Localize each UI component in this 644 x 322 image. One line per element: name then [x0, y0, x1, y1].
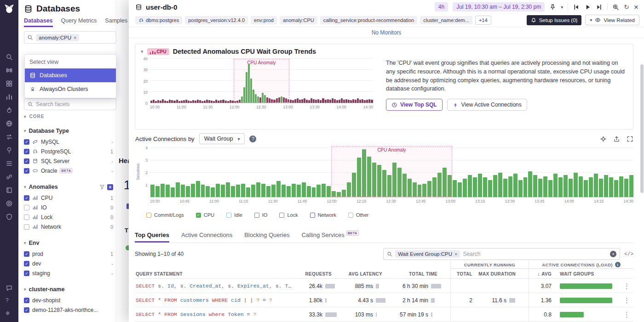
nav-watchdog-icon[interactable] — [6, 67, 13, 74]
legend-cpu[interactable]: ✓CPU — [196, 212, 214, 218]
time-range-button[interactable]: Jul 19, 10:30 am – Jul 19, 2:30 pm — [453, 2, 545, 11]
facet-oracle[interactable]: ✓OracleBETA- — [24, 166, 113, 175]
column-header-max-duration[interactable]: MAX DURATION — [477, 271, 529, 277]
nav-support-chat-icon[interactable] — [6, 284, 13, 292]
sidebar-tab-databases[interactable]: Databases — [24, 17, 53, 27]
nav-help-icon[interactable]: ? — [6, 297, 13, 305]
pin-time-icon[interactable] — [549, 4, 556, 11]
sort-desc-icon[interactable]: ↓ — [537, 271, 540, 277]
facet-checkbox[interactable]: ✓ — [24, 307, 29, 313]
table-row[interactable]: SELECT s. Id, s. Created_at, s. Expires_… — [135, 279, 633, 293]
tag-calling-service[interactable]: calling_service:product-recommendation — [320, 16, 417, 24]
legend-checkbox[interactable] — [254, 213, 259, 218]
collapse-chevron-icon[interactable]: ▾ — [141, 49, 144, 55]
time-preset-button[interactable]: 4h — [435, 2, 448, 11]
view-related-button[interactable]: ▾ View Related — [585, 15, 639, 25]
nav-security-icon[interactable] — [6, 213, 13, 220]
clear-facet-filter-icon[interactable]: × — [107, 184, 113, 190]
query-statement[interactable]: SELECT * FROM customers WHERE cid | | ? … — [135, 297, 297, 303]
facet-cpu[interactable]: ✓CPU1 — [24, 193, 113, 203]
export-icon[interactable] — [613, 136, 620, 142]
step-forward-icon[interactable] — [596, 4, 603, 11]
setup-issues-button[interactable]: Setup Issues (0) — [527, 15, 582, 25]
info-icon[interactable]: i — [615, 262, 621, 267]
chart-plot-area[interactable]: CPU Anomaly — [150, 146, 633, 198]
facet-checkbox[interactable]: ✓ — [24, 251, 29, 257]
facet-group-anomalies[interactable]: ▾Anomalies× — [24, 175, 113, 193]
tag-postgres-version[interactable]: postgres_version:v12.4.0 — [185, 16, 248, 24]
more-tags-button[interactable]: +14 — [475, 16, 491, 25]
legend-io[interactable]: IO — [254, 212, 268, 218]
nav-dashboards-icon[interactable] — [6, 80, 13, 87]
wait-group-bar[interactable] — [560, 298, 612, 303]
time-dropdown-caret-icon[interactable]: ▾ — [561, 5, 563, 10]
row-actions-menu-icon[interactable]: ⋮ — [620, 296, 633, 305]
remove-filter-icon[interactable]: × — [454, 251, 457, 257]
facet-mysql[interactable]: ✓MySQL- — [24, 137, 113, 147]
row-actions-menu-icon[interactable]: ⋮ — [620, 282, 633, 290]
tag-cluster-name[interactable]: cluster_name:dem... — [420, 16, 472, 24]
table-row[interactable]: SELECT * FROM Sessions where Token = ?33… — [135, 307, 633, 322]
legend-idle[interactable]: Idle — [226, 212, 242, 218]
facet-section-core[interactable]: ▾ CORE — [24, 114, 44, 119]
facet-checkbox[interactable]: ✓ — [24, 139, 29, 145]
wait-group-bar[interactable] — [560, 283, 612, 289]
fullscreen-icon[interactable] — [627, 136, 633, 142]
chart-plot-area[interactable]: CPU Anomaly — [150, 59, 373, 103]
nav-network-icon[interactable] — [6, 133, 13, 141]
tag-anomaly[interactable]: anomaly:CPU — [280, 16, 317, 24]
play-icon[interactable] — [584, 4, 591, 11]
nav-search-icon[interactable] — [6, 53, 13, 61]
column-header-total[interactable]: TOTAL — [450, 269, 477, 279]
nav-apm-icon[interactable] — [6, 107, 13, 114]
facet-checkbox[interactable] — [24, 224, 29, 230]
group-by-select[interactable]: Wait Group ▾ — [199, 133, 245, 144]
legend-lock[interactable]: Lock — [279, 212, 298, 218]
legend-checkbox[interactable] — [348, 213, 353, 218]
query-statement[interactable]: SELECT * FROM Sessions where Token = ? — [135, 311, 297, 317]
datadog-logo-icon[interactable] — [4, 4, 15, 15]
row-actions-menu-icon[interactable]: ⋮ — [620, 311, 633, 319]
column-header-avg[interactable]: ↓AVG — [529, 269, 556, 279]
close-panel-icon[interactable]: × — [634, 3, 638, 11]
column-header-query-statement[interactable]: QUERY STATEMENT — [135, 271, 297, 277]
view-top-sql-button[interactable]: View Top SQL — [386, 99, 443, 111]
legend-checkbox[interactable]: ✓ — [196, 213, 201, 218]
nav-integrations-icon[interactable] — [6, 173, 13, 181]
legend-checkbox[interactable] — [226, 213, 231, 218]
facet-group-cluster-name[interactable]: ▾cluster-name — [24, 278, 113, 295]
facet-checkbox[interactable] — [24, 205, 29, 210]
facet-prod[interactable]: ✓prod1 — [24, 249, 113, 259]
tab-blocking-queries[interactable]: Blocking Queries — [244, 232, 289, 243]
facet-io[interactable]: IO0 — [24, 203, 113, 212]
legend-network[interactable]: Network — [310, 212, 336, 218]
facet-sql-server[interactable]: ✓SQL Server- — [24, 156, 113, 166]
facet-dev[interactable]: ✓dev- — [24, 259, 113, 268]
facet-checkbox[interactable]: ✓ — [24, 149, 29, 154]
nav-synthetics-icon[interactable] — [6, 200, 13, 207]
query-search-input[interactable]: Wait Event Group:CPU × Search × — [383, 248, 620, 260]
facet-checkbox[interactable]: ✓ — [24, 168, 29, 174]
query-filter-chip[interactable]: Wait Event Group:CPU × — [395, 250, 460, 258]
facet-group-env[interactable]: ▾Env — [24, 232, 113, 249]
tag-env[interactable]: env:prod — [251, 16, 277, 24]
wait-group-bar[interactable] — [560, 312, 584, 317]
facet-group-database-type[interactable]: ▾Database Type — [24, 119, 113, 137]
refresh-icon[interactable]: ↻ — [624, 4, 629, 10]
facet-checkbox[interactable] — [24, 215, 29, 220]
search-filter-chip[interactable]: anomaly:CPU × — [36, 34, 79, 41]
query-statement[interactable]: SELECT s. Id, s. Created_at, s. Expires_… — [135, 283, 297, 289]
facet-postgresql[interactable]: ✓PostgreSQL1 — [24, 147, 113, 156]
nav-logs-icon[interactable] — [6, 160, 13, 167]
scope-icon[interactable] — [600, 136, 607, 142]
facet-checkbox[interactable]: ✓ — [24, 195, 29, 201]
column-header-wait-groups[interactable]: WAIT GROUPS — [556, 271, 620, 277]
legend-other[interactable]: Other — [348, 212, 369, 218]
facet-checkbox[interactable]: ✓ — [24, 261, 29, 266]
column-header-total-time[interactable]: TOTAL TIME — [395, 271, 450, 277]
facet-network[interactable]: Network0 — [24, 222, 113, 232]
remove-filter-icon[interactable]: × — [74, 35, 76, 40]
anomaly-region[interactable]: CPU Anomaly — [234, 59, 289, 103]
scrollbar-thumb[interactable] — [640, 64, 644, 193]
view-option-databases[interactable]: Databases — [25, 68, 116, 82]
